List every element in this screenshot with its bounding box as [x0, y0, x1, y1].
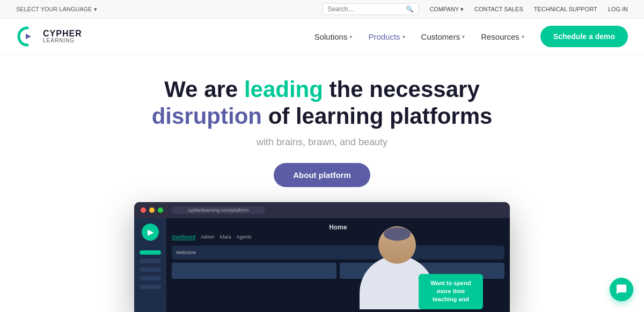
platform-cta-overlay: Want to spend more time teaching and — [419, 274, 483, 309]
browser-stat-1 — [172, 263, 336, 279]
chevron-down-icon: ▾ — [462, 34, 465, 40]
sidebar-item-trusts — [140, 250, 161, 255]
logo-learning: learning — [43, 38, 82, 43]
contact-sales-link[interactable]: CONTACT SALES — [474, 6, 523, 12]
hero-title-end: of learning platforms — [262, 103, 492, 129]
hero-title-leading: leading — [244, 77, 323, 102]
browser-url-bar: cypherlearning.com/platform — [172, 206, 265, 214]
person-hair — [384, 227, 411, 241]
hero-subtitle: with brains, brawn, and beauty — [11, 137, 633, 148]
browser-tabs: Dashboard Admin Klara Agents — [172, 234, 504, 240]
search-wrapper: 🔍 — [323, 3, 419, 15]
sidebar-logo: ▶ — [142, 224, 159, 241]
customers-menu-item[interactable]: Customers ▾ — [421, 32, 465, 41]
chevron-down-icon: ▾ — [349, 34, 352, 40]
search-input[interactable] — [327, 5, 402, 13]
hero-section: We are leading the necessary disruption … — [0, 55, 644, 312]
language-label: SELECT YOUR LANGUAGE — [16, 6, 92, 12]
sidebar-item-goals — [140, 268, 161, 272]
login-link[interactable]: LOG IN — [608, 6, 628, 12]
logo-icon — [16, 25, 39, 48]
technical-support-link[interactable]: TECHNICAL SUPPORT — [534, 6, 597, 12]
schedule-demo-button[interactable]: Schedule a demo — [540, 26, 628, 47]
browser-dot-green — [158, 207, 163, 213]
logo-cypher: CYPHER — [43, 29, 82, 38]
hero-title-disruption: disruption — [152, 103, 262, 129]
browser-tab-klara: Klara — [220, 234, 231, 240]
hero-title-mid: the necessary — [323, 77, 480, 102]
chat-widget[interactable] — [610, 278, 633, 301]
chat-icon — [616, 284, 627, 295]
about-platform-button[interactable]: About platform — [274, 163, 370, 187]
person-head — [378, 226, 416, 264]
company-nav-link[interactable]: COMPANY ▾ — [429, 6, 464, 13]
logo-text: CYPHER learning — [43, 29, 82, 43]
chevron-down-icon: ▾ — [402, 34, 405, 40]
search-icon: 🔍 — [406, 5, 414, 13]
top-bar: SELECT YOUR LANGUAGE ▾ 🔍 COMPANY ▾ CONTA… — [0, 0, 644, 19]
language-chevron: ▾ — [94, 6, 97, 13]
browser-tab-dashboard: Dashboard — [172, 234, 195, 240]
top-bar-right: 🔍 COMPANY ▾ CONTACT SALES TECHNICAL SUPP… — [323, 3, 628, 15]
sidebar-item-extra — [140, 276, 161, 280]
chevron-down-icon: ▾ — [522, 34, 524, 40]
browser-dot-yellow — [149, 207, 155, 213]
browser-mockup: cypherlearning.com/platform ▶ Home Da — [134, 202, 510, 312]
browser-welcome-card: Welcome — [172, 246, 504, 259]
browser-welcome-text: Welcome — [176, 250, 196, 255]
browser-tab-agents: Agents — [237, 234, 252, 240]
browser-home-label: Home — [172, 224, 504, 231]
hero-title: We are leading the necessary disruption … — [11, 76, 633, 130]
logo[interactable]: CYPHER learning — [16, 25, 82, 48]
hero-title-prefix: We are — [164, 77, 244, 102]
platform-preview: cypherlearning.com/platform ▶ Home Da — [134, 202, 510, 312]
browser-dot-red — [141, 207, 146, 213]
sidebar-item-extra2 — [140, 285, 161, 289]
sidebar-item-groups — [140, 259, 161, 263]
solutions-menu-item[interactable]: Solutions ▾ — [314, 32, 353, 41]
browser-tab-admin: Admin — [201, 234, 215, 240]
browser-sidebar: ▶ — [134, 218, 166, 312]
browser-content: ▶ Home Dashboard Admin Klara Agents — [134, 218, 510, 312]
browser-bar: cypherlearning.com/platform — [134, 202, 510, 218]
main-menu: Solutions ▾ Products ▾ Customers ▾ Resou… — [314, 26, 628, 47]
language-selector[interactable]: SELECT YOUR LANGUAGE ▾ — [16, 6, 97, 13]
resources-menu-item[interactable]: Resources ▾ — [481, 32, 524, 41]
main-nav: CYPHER learning Solutions ▾ Products ▾ C… — [0, 19, 644, 55]
products-menu-item[interactable]: Products ▾ — [368, 32, 405, 41]
